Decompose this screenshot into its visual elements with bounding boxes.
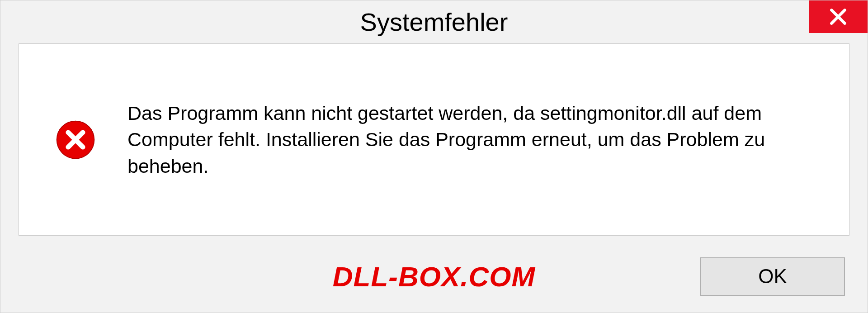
close-icon	[828, 7, 848, 27]
dialog-title: Systemfehler	[360, 7, 508, 37]
error-icon	[55, 119, 96, 160]
close-button[interactable]	[809, 0, 868, 33]
error-message: Das Programm kann nicht gestartet werden…	[127, 100, 822, 179]
title-bar: Systemfehler	[0, 0, 868, 43]
dialog-footer: DLL-BOX.COM OK	[0, 249, 868, 313]
ok-button[interactable]: OK	[700, 257, 845, 296]
watermark-text: DLL-BOX.COM	[333, 261, 535, 293]
message-panel: Das Programm kann nicht gestartet werden…	[19, 43, 849, 236]
error-dialog: Systemfehler Das Programm kann nicht ges…	[0, 0, 868, 313]
